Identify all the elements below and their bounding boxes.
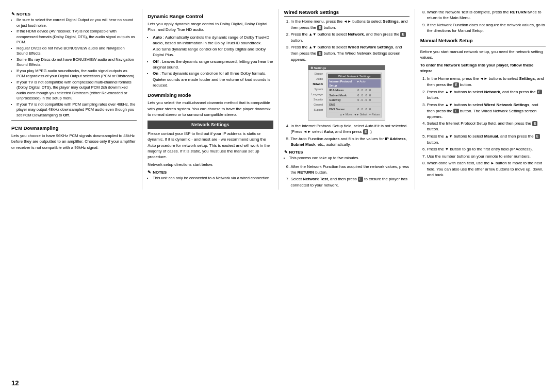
screen-row-value: 0 . 0 . 0 . 0	[357, 88, 380, 92]
screen-header: ⚙ Settings	[308, 65, 385, 70]
screen-row: IP Address 0 . 0 . 0 . 0	[328, 88, 381, 93]
dynamic-range-heading: Dynamic Range Control	[148, 13, 273, 19]
screen-row-value: ▸ Auto	[357, 79, 380, 88]
wired-steps-list: In the Home menu, press the ◄► buttons t…	[284, 19, 409, 62]
manual-steps-list: In the Home menu, press the ◄► buttons t…	[420, 76, 546, 178]
wired-step-1: In the Home menu, press the ◄► buttons t…	[291, 19, 409, 30]
note-item: If your TV is not compatible with compre…	[17, 80, 137, 101]
screen-row: Subnet Mask 0 . 0 . 0 . 0	[328, 93, 381, 98]
dynamic-range-item: Also turns dynamic range control on for …	[153, 46, 273, 58]
screen-row: DNS	[328, 103, 381, 107]
sidebar-label: General	[309, 102, 324, 107]
sidebar-labels: Display Audio Network System Language Se…	[309, 71, 324, 119]
manual-step-4: Select the Internet Protocol Setup field…	[427, 121, 546, 132]
arrow-left-right-icon: ◄►	[303, 129, 311, 135]
network-settings-bar: Network Settings	[148, 121, 273, 129]
enter-button-icon: E	[453, 109, 458, 114]
manual-step-3: Press the ▲▼ buttons to select Wired Net…	[427, 102, 546, 120]
dynamic-range-item: On : Turns dynamic range control on for …	[153, 71, 273, 88]
arrow-left-right-icon: ◄►	[480, 76, 487, 82]
manual-step-6: Press the ▼ button to go to the first en…	[427, 146, 546, 152]
wired-step-5: The Auto Function acquires and fills in …	[291, 136, 409, 148]
screen-inner: Wired Network Settings Internet Protocol…	[326, 73, 382, 117]
network-intro-2: Network setup directions start below.	[148, 162, 273, 167]
column-4: When the Network Test is complete, press…	[415, 9, 546, 190]
enter-button-icon: E	[532, 121, 537, 126]
screen-image: ⚙ Settings Display Audio Network System …	[308, 65, 385, 121]
manual-step-2: Press the ▲▼ buttons to select Network, …	[427, 89, 546, 101]
screen-row-label: Internet Protocol Setup	[329, 79, 357, 88]
column-2: Dynamic Range Control Lets you apply dyn…	[142, 9, 278, 190]
sidebar-label: Display	[309, 71, 324, 76]
screen-title: Wired Network Settings	[328, 74, 381, 78]
pcm-downsampling-heading: PCM Downsampling	[11, 125, 137, 131]
network-intro-1: Please contact your ISP to find out if y…	[148, 131, 273, 160]
arrow-up-down-icon: ▲▼	[445, 134, 453, 140]
wired-step-3: Press the ▲▼ buttons to select Wired Net…	[291, 44, 409, 62]
screen-row-value: 0 . 0 . 0 . 0	[357, 98, 380, 102]
network-notes: NOTES This unit can only be connected to…	[148, 170, 273, 181]
note-item: If your TV is not compatible with PCM sa…	[17, 102, 137, 118]
arrow-up-down-icon: ▲▼	[309, 32, 317, 38]
wired-network-heading: Wired Network Settings	[284, 9, 409, 16]
wired-note-item: This process can take up to five minutes…	[289, 156, 409, 161]
wired-steps-final: When the Network Test is complete, press…	[420, 9, 546, 33]
wired-notes-list: This process can take up to five minutes…	[284, 156, 409, 161]
arrow-up-down-icon: ▲▼	[445, 103, 453, 108]
wired-step-8: When the Network Test is complete, press…	[427, 9, 546, 21]
manual-network-intro: Before you start manual network setup, y…	[420, 49, 546, 61]
notes-section-main: NOTES Be sure to select the correct Digi…	[11, 12, 137, 118]
screen-row-value	[357, 103, 380, 107]
manual-step-8: When done with each field, use the ► but…	[427, 160, 546, 178]
network-notes-title: NOTES	[148, 170, 273, 175]
dynamic-range-item: Auto : Automatically controls the dynami…	[153, 35, 273, 46]
notes-list-1: Be sure to select the correct Digital Ou…	[11, 18, 137, 118]
dynamic-range-list: Auto : Automatically controls the dynami…	[148, 35, 273, 89]
sidebar-label-network: Network	[309, 81, 324, 87]
note-item: Be sure to select the correct Digital Ou…	[17, 18, 137, 28]
downmixing-text: Lets you select the multi-channel downmi…	[148, 100, 273, 117]
sidebar-label: Audio	[309, 76, 324, 81]
arrow-up-down-icon: ▲▼	[309, 45, 317, 50]
note-item: Some Blu-ray Discs do not have BONUSVIEW…	[17, 57, 137, 68]
content-columns: NOTES Be sure to select the correct Digi…	[11, 9, 546, 190]
screen-row-label: Subnet Mask	[329, 93, 357, 97]
sidebar-label: Language	[309, 92, 324, 97]
enter-button-icon: E	[453, 82, 458, 88]
screen-row-value: 0 . 0 . 0 . 0	[357, 107, 380, 111]
enter-button-icon: E	[317, 51, 322, 56]
sidebar-label: Support	[309, 107, 324, 112]
network-notes-list: This unit can only be connected to a Net…	[148, 176, 273, 181]
screen-row: Internet Protocol Setup ▸ Auto	[328, 79, 381, 89]
arrow-right-icon: ►	[490, 161, 494, 166]
enter-button-icon: E	[535, 134, 540, 139]
screen-row-label: DNS Server	[329, 107, 357, 111]
dynamic-range-intro: Lets you apply dynamic range control to …	[148, 21, 273, 33]
wired-step-9: If the Network Function does not acquire…	[427, 22, 546, 34]
manual-step-1: In the Home menu, press the ◄► buttons t…	[427, 76, 546, 88]
pcm-downsampling-text: Lets you choose to have 96KHz PCM signal…	[11, 133, 137, 150]
arrow-left-right-icon: ◄►	[343, 19, 351, 25]
note-item: Regular DVDs do not have BONUSVIEW audio…	[17, 46, 137, 57]
sidebar-label: System	[309, 87, 324, 92]
wired-steps-cont: In the Internet Protocol Setup field, se…	[284, 123, 409, 148]
notes-title-1: NOTES	[11, 12, 137, 16]
enter-button-icon: E	[400, 32, 405, 37]
screen-row: DNS Server 0 . 0 . 0 . 0	[328, 107, 381, 112]
enter-button-icon: E	[358, 177, 363, 182]
column-3: Wired Network Settings In the Home menu,…	[279, 9, 415, 190]
wired-step-6: After the Network Function has acquired …	[291, 164, 409, 176]
sidebar-label: Security	[309, 97, 324, 102]
manual-network-bold: To enter the Network Settings into your …	[420, 62, 546, 74]
manual-step-5: Press the ▲▼ buttons to select Manual, a…	[427, 133, 546, 145]
screen-nav: ▲▼ Move ◄► Select ↩ Return	[328, 112, 381, 116]
wired-step-2: Press the ▲▼ buttons to select Network, …	[291, 31, 409, 43]
divider-1	[11, 121, 137, 121]
screen-row-value: 0 . 0 . 0 . 0	[357, 93, 380, 97]
downmixing-heading: Downmixing Mode	[148, 92, 273, 98]
enter-button-icon: E	[363, 129, 368, 134]
arrow-up-down-icon: ▲▼	[445, 90, 453, 95]
wired-step-7: Select Network Test, and then press E to…	[291, 176, 409, 188]
manual-network-heading: Manual Network Setup	[420, 38, 546, 43]
network-note-item: This unit can only be connected to a Net…	[153, 176, 273, 181]
